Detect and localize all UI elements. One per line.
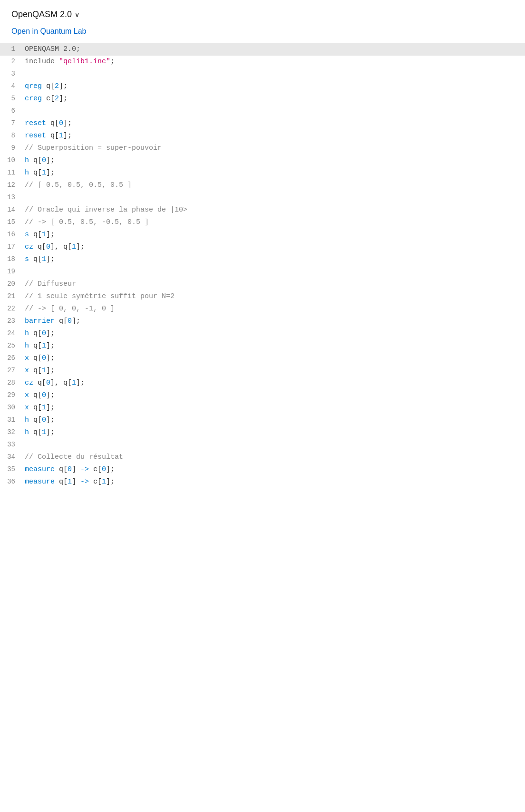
code-token: 0 xyxy=(42,416,46,424)
code-token: 1 xyxy=(42,428,46,436)
code-line: 15// -> [ 0.5, 0.5, -0.5, 0.5 ] xyxy=(0,216,525,229)
code-token: q[ xyxy=(29,428,42,436)
code-token: 0 xyxy=(102,465,106,474)
code-line: 11h q[1]; xyxy=(0,167,525,179)
code-token: c[ xyxy=(89,465,102,474)
code-line: 14// Oracle qui inverse la phase de |10> xyxy=(0,204,525,216)
code-token: 0 xyxy=(68,317,72,325)
code-token: q[ xyxy=(46,119,59,127)
code-token: measure xyxy=(25,465,55,474)
code-token: 1 xyxy=(42,255,46,263)
code-token: h xyxy=(25,416,29,424)
code-token: 0 xyxy=(42,354,46,362)
code-line: 28cz q[0], q[1]; xyxy=(0,377,525,389)
line-content: // Diffuseur xyxy=(25,279,525,290)
line-number: 27 xyxy=(0,366,25,376)
line-number: 30 xyxy=(0,403,25,413)
code-token: q[ xyxy=(55,478,68,486)
line-content: cz q[0], q[1]; xyxy=(25,377,525,388)
code-line: 1OPENQASM 2.0; xyxy=(0,43,525,56)
code-line: 7reset q[0]; xyxy=(0,117,525,130)
code-token: ]; xyxy=(46,329,55,338)
line-number: 32 xyxy=(0,427,25,438)
code-token: cz xyxy=(25,243,33,251)
code-token: ] xyxy=(72,465,80,474)
code-token: cz xyxy=(25,379,33,387)
code-token: 0 xyxy=(42,156,46,164)
code-line: 20// Diffuseur xyxy=(0,278,525,290)
header: OpenQASM 2.0 ∨ Open in Quantum Lab xyxy=(0,0,525,43)
code-line: 31h q[0]; xyxy=(0,414,525,426)
line-number: 17 xyxy=(0,242,25,252)
line-content: qreg q[2]; xyxy=(25,81,525,92)
code-token: x xyxy=(25,391,29,399)
line-content: h q[1]; xyxy=(25,427,525,438)
line-content: measure q[0] -> c[0]; xyxy=(25,464,525,475)
code-token: ]; xyxy=(72,317,80,325)
chevron-down-icon: ∨ xyxy=(75,11,79,19)
code-line: 23barrier q[0]; xyxy=(0,315,525,328)
line-content: reset q[1]; xyxy=(25,130,525,141)
code-token: 2 xyxy=(55,95,59,103)
line-content: creg c[2]; xyxy=(25,93,525,104)
line-content: h q[0]; xyxy=(25,328,525,339)
code-editor: 1OPENQASM 2.0;2include "qelib1.inc";3 4q… xyxy=(0,43,525,488)
code-token: q[ xyxy=(29,255,42,263)
code-line: 4qreg q[2]; xyxy=(0,80,525,93)
code-token: 1 xyxy=(42,404,46,412)
line-number: 20 xyxy=(0,279,25,290)
code-token: 0 xyxy=(42,329,46,338)
line-number: 3 xyxy=(0,69,25,79)
code-line: 19 xyxy=(0,266,525,278)
code-token: 1 xyxy=(42,169,46,177)
open-in-quantum-lab-link[interactable]: Open in Quantum Lab xyxy=(0,25,525,43)
line-number: 28 xyxy=(0,378,25,388)
code-token: q[ xyxy=(33,379,46,387)
line-number: 4 xyxy=(0,81,25,92)
code-line: 2include "qelib1.inc"; xyxy=(0,56,525,68)
line-content: s q[1]; xyxy=(25,254,525,265)
version-selector[interactable]: OpenQASM 2.0 ∨ xyxy=(11,10,79,19)
code-token: q[ xyxy=(29,416,42,424)
code-token: ], q[ xyxy=(50,243,72,251)
code-token: q[ xyxy=(55,465,68,474)
line-number: 18 xyxy=(0,254,25,265)
line-content xyxy=(25,192,525,203)
line-content: h q[1]; xyxy=(25,340,525,351)
line-number: 12 xyxy=(0,180,25,191)
code-line: 26x q[0]; xyxy=(0,352,525,365)
code-token: measure xyxy=(25,478,55,486)
code-token: ; xyxy=(110,58,115,66)
line-number: 29 xyxy=(0,390,25,401)
code-token: ]; xyxy=(46,255,55,263)
line-number: 26 xyxy=(0,353,25,364)
code-line: 21// 1 seule symétrie suffit pour N=2 xyxy=(0,290,525,303)
code-token: h xyxy=(25,169,29,177)
line-number: 31 xyxy=(0,415,25,425)
code-token: 1 xyxy=(42,342,46,350)
line-content xyxy=(25,266,525,277)
code-token: barrier xyxy=(25,317,55,325)
code-line: 27x q[1]; xyxy=(0,365,525,377)
code-line: 33 xyxy=(0,439,525,451)
code-token: q[ xyxy=(29,354,42,362)
code-line: 8reset q[1]; xyxy=(0,130,525,142)
line-number: 13 xyxy=(0,193,25,203)
code-token: // Superposition = super-pouvoir xyxy=(25,144,162,152)
line-number: 7 xyxy=(0,118,25,129)
code-token: ]; xyxy=(46,169,55,177)
line-content: h q[0]; xyxy=(25,415,525,425)
line-number: 8 xyxy=(0,131,25,141)
line-number: 1 xyxy=(0,44,25,55)
line-number: 11 xyxy=(0,168,25,178)
line-content: // -> [ 0, 0, -1, 0 ] xyxy=(25,303,525,314)
code-line: 17cz q[0], q[1]; xyxy=(0,241,525,253)
line-content: // Superposition = super-pouvoir xyxy=(25,143,525,154)
code-token: ] xyxy=(72,478,80,486)
code-token: // Oracle qui inverse la phase de |10> xyxy=(25,206,187,214)
code-line: 18s q[1]; xyxy=(0,253,525,266)
line-number: 10 xyxy=(0,155,25,166)
code-token: ]; xyxy=(76,379,85,387)
code-token: 0 xyxy=(46,243,50,251)
code-token: OPENQASM 2.0; xyxy=(25,45,80,53)
